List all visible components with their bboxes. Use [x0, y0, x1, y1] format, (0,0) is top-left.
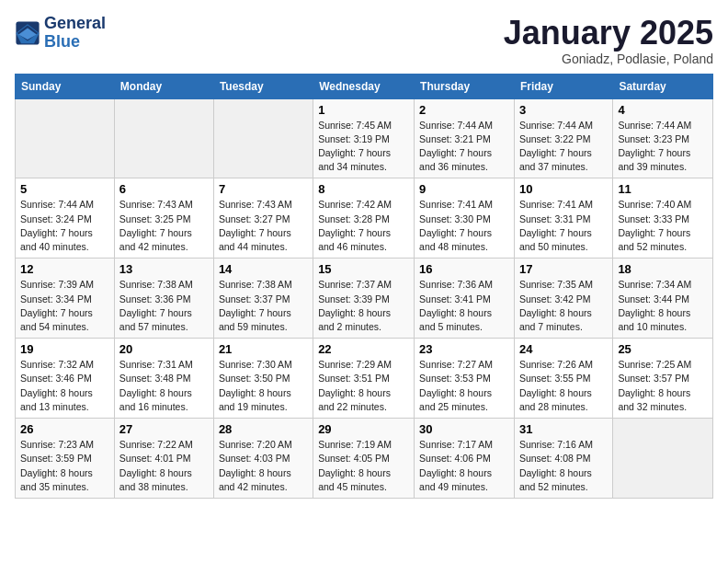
day-info: Sunrise: 7:38 AM Sunset: 3:36 PM Dayligh… [119, 278, 209, 334]
day-number: 23 [419, 342, 509, 356]
day-number: 14 [219, 262, 308, 276]
calendar-cell: 27Sunrise: 7:22 AM Sunset: 4:01 PM Dayli… [114, 419, 213, 499]
day-number: 13 [119, 262, 209, 276]
day-number: 26 [20, 422, 109, 436]
calendar-cell: 20Sunrise: 7:31 AM Sunset: 3:48 PM Dayli… [114, 339, 213, 419]
day-info: Sunrise: 7:32 AM Sunset: 3:46 PM Dayligh… [20, 358, 109, 414]
calendar-cell: 6Sunrise: 7:43 AM Sunset: 3:25 PM Daylig… [114, 178, 213, 259]
day-info: Sunrise: 7:42 AM Sunset: 3:28 PM Dayligh… [318, 198, 409, 254]
day-info: Sunrise: 7:26 AM Sunset: 3:55 PM Dayligh… [519, 358, 608, 414]
day-number: 15 [318, 262, 409, 276]
day-info: Sunrise: 7:38 AM Sunset: 3:37 PM Dayligh… [219, 278, 308, 334]
calendar-cell: 4Sunrise: 7:44 AM Sunset: 3:23 PM Daylig… [613, 98, 713, 178]
calendar-cell: 21Sunrise: 7:30 AM Sunset: 3:50 PM Dayli… [213, 339, 313, 419]
day-number: 19 [20, 342, 109, 356]
calendar-cell: 30Sunrise: 7:17 AM Sunset: 4:06 PM Dayli… [415, 419, 515, 499]
day-number: 21 [219, 342, 308, 356]
weekday-header-wednesday: Wednesday [313, 74, 415, 98]
day-info: Sunrise: 7:23 AM Sunset: 3:59 PM Dayligh… [20, 438, 109, 494]
weekday-header-monday: Monday [114, 74, 213, 98]
day-number: 30 [419, 422, 509, 436]
day-info: Sunrise: 7:43 AM Sunset: 3:25 PM Dayligh… [119, 198, 209, 254]
day-number: 12 [20, 262, 109, 276]
calendar-cell: 28Sunrise: 7:20 AM Sunset: 4:03 PM Dayli… [213, 419, 313, 499]
day-info: Sunrise: 7:44 AM Sunset: 3:24 PM Dayligh… [20, 198, 109, 254]
day-info: Sunrise: 7:29 AM Sunset: 3:51 PM Dayligh… [318, 358, 409, 414]
calendar-cell: 24Sunrise: 7:26 AM Sunset: 3:55 PM Dayli… [514, 339, 612, 419]
day-info: Sunrise: 7:41 AM Sunset: 3:30 PM Dayligh… [419, 198, 509, 254]
day-info: Sunrise: 7:17 AM Sunset: 4:06 PM Dayligh… [419, 438, 509, 494]
calendar-cell: 8Sunrise: 7:42 AM Sunset: 3:28 PM Daylig… [313, 178, 415, 259]
logo-text: General Blue [44, 15, 106, 52]
calendar-cell: 29Sunrise: 7:19 AM Sunset: 4:05 PM Dayli… [313, 419, 415, 499]
weekday-header-thursday: Thursday [415, 74, 515, 98]
day-number: 6 [119, 182, 209, 196]
day-number: 11 [618, 182, 708, 196]
day-number: 2 [419, 103, 509, 117]
month-title: January 2025 [504, 15, 713, 52]
day-info: Sunrise: 7:44 AM Sunset: 3:23 PM Dayligh… [618, 119, 708, 175]
page-header: General Blue January 2025 Goniadz, Podla… [15, 15, 713, 66]
calendar-table: SundayMondayTuesdayWednesdayThursdayFrid… [15, 74, 713, 499]
calendar-cell: 22Sunrise: 7:29 AM Sunset: 3:51 PM Dayli… [313, 339, 415, 419]
calendar-cell: 26Sunrise: 7:23 AM Sunset: 3:59 PM Dayli… [16, 419, 115, 499]
day-number: 1 [318, 103, 409, 117]
title-section: January 2025 Goniadz, Podlasie, Poland [504, 15, 713, 66]
day-number: 4 [618, 103, 708, 117]
day-info: Sunrise: 7:36 AM Sunset: 3:41 PM Dayligh… [419, 278, 509, 334]
weekday-header-row: SundayMondayTuesdayWednesdayThursdayFrid… [16, 74, 713, 98]
day-info: Sunrise: 7:44 AM Sunset: 3:21 PM Dayligh… [419, 119, 509, 175]
calendar-cell: 7Sunrise: 7:43 AM Sunset: 3:27 PM Daylig… [213, 178, 313, 259]
logo-icon [15, 20, 40, 46]
day-info: Sunrise: 7:45 AM Sunset: 3:19 PM Dayligh… [318, 119, 409, 175]
day-number: 28 [219, 422, 308, 436]
calendar-cell: 12Sunrise: 7:39 AM Sunset: 3:34 PM Dayli… [16, 259, 115, 339]
day-info: Sunrise: 7:34 AM Sunset: 3:44 PM Dayligh… [618, 278, 708, 334]
day-info: Sunrise: 7:41 AM Sunset: 3:31 PM Dayligh… [519, 198, 608, 254]
day-number: 24 [519, 342, 608, 356]
calendar-cell: 15Sunrise: 7:37 AM Sunset: 3:39 PM Dayli… [313, 259, 415, 339]
calendar-cell: 13Sunrise: 7:38 AM Sunset: 3:36 PM Dayli… [114, 259, 213, 339]
day-info: Sunrise: 7:44 AM Sunset: 3:22 PM Dayligh… [519, 119, 608, 175]
day-number: 16 [419, 262, 509, 276]
week-row-1: 1Sunrise: 7:45 AM Sunset: 3:19 PM Daylig… [16, 98, 713, 178]
day-info: Sunrise: 7:31 AM Sunset: 3:48 PM Dayligh… [119, 358, 209, 414]
day-number: 7 [219, 182, 308, 196]
day-number: 27 [119, 422, 209, 436]
day-number: 3 [519, 103, 608, 117]
day-number: 5 [20, 182, 109, 196]
weekday-header-friday: Friday [514, 74, 612, 98]
day-info: Sunrise: 7:43 AM Sunset: 3:27 PM Dayligh… [219, 198, 308, 254]
day-number: 20 [119, 342, 209, 356]
day-number: 25 [618, 342, 708, 356]
calendar-cell: 10Sunrise: 7:41 AM Sunset: 3:31 PM Dayli… [514, 178, 612, 259]
week-row-3: 12Sunrise: 7:39 AM Sunset: 3:34 PM Dayli… [16, 259, 713, 339]
day-info: Sunrise: 7:20 AM Sunset: 4:03 PM Dayligh… [219, 438, 308, 494]
week-row-2: 5Sunrise: 7:44 AM Sunset: 3:24 PM Daylig… [16, 178, 713, 259]
day-info: Sunrise: 7:27 AM Sunset: 3:53 PM Dayligh… [419, 358, 509, 414]
day-info: Sunrise: 7:19 AM Sunset: 4:05 PM Dayligh… [318, 438, 409, 494]
day-number: 29 [318, 422, 409, 436]
day-number: 31 [519, 422, 608, 436]
calendar-cell: 14Sunrise: 7:38 AM Sunset: 3:37 PM Dayli… [213, 259, 313, 339]
calendar-cell [114, 98, 213, 178]
day-number: 9 [419, 182, 509, 196]
calendar-cell: 18Sunrise: 7:34 AM Sunset: 3:44 PM Dayli… [613, 259, 713, 339]
weekday-header-saturday: Saturday [613, 74, 713, 98]
day-number: 10 [519, 182, 608, 196]
weekday-header-sunday: Sunday [16, 74, 115, 98]
calendar-cell: 1Sunrise: 7:45 AM Sunset: 3:19 PM Daylig… [313, 98, 415, 178]
logo: General Blue [15, 15, 106, 52]
calendar-cell [16, 98, 115, 178]
calendar-cell: 9Sunrise: 7:41 AM Sunset: 3:30 PM Daylig… [415, 178, 515, 259]
day-info: Sunrise: 7:40 AM Sunset: 3:33 PM Dayligh… [618, 198, 708, 254]
calendar-cell [213, 98, 313, 178]
day-number: 17 [519, 262, 608, 276]
calendar-cell: 3Sunrise: 7:44 AM Sunset: 3:22 PM Daylig… [514, 98, 612, 178]
calendar-cell [613, 419, 713, 499]
location-subtitle: Goniadz, Podlasie, Poland [504, 52, 713, 66]
week-row-5: 26Sunrise: 7:23 AM Sunset: 3:59 PM Dayli… [16, 419, 713, 499]
day-number: 22 [318, 342, 409, 356]
calendar-cell: 2Sunrise: 7:44 AM Sunset: 3:21 PM Daylig… [415, 98, 515, 178]
week-row-4: 19Sunrise: 7:32 AM Sunset: 3:46 PM Dayli… [16, 339, 713, 419]
